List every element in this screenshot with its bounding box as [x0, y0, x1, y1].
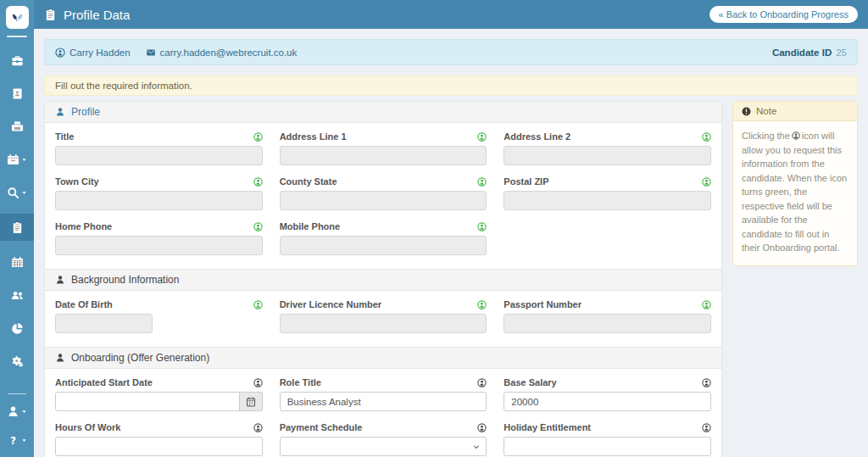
passport-number-input[interactable]	[504, 314, 711, 333]
user-icon	[7, 405, 19, 418]
person-circle-icon	[792, 131, 800, 140]
profile-form-panel: Profile Title Address Line 1 Address Lin…	[44, 101, 722, 457]
back-to-onboarding-button[interactable]: « Back to Onboarding Progress	[709, 6, 858, 23]
request-candidate-icon[interactable]	[477, 177, 487, 187]
sidebar-item-users[interactable]	[0, 283, 34, 307]
request-candidate-icon[interactable]	[253, 132, 263, 142]
caret-down-icon	[21, 409, 27, 415]
field-passport-number: Passport Number	[504, 298, 711, 333]
section-title: Background Information	[71, 274, 179, 286]
sidebar-item-contacts[interactable]	[0, 81, 34, 105]
users-icon	[11, 289, 24, 302]
request-candidate-icon[interactable]	[477, 300, 487, 309]
field-label: Passport Number	[504, 299, 581, 309]
request-candidate-icon[interactable]	[477, 132, 487, 142]
mobile-phone-input[interactable]	[280, 236, 487, 255]
field-county-state: County State	[280, 176, 487, 210]
town-city-input[interactable]	[55, 191, 263, 210]
sidebar-divider	[8, 393, 26, 394]
postal-zip-input[interactable]	[504, 191, 711, 210]
home-phone-input[interactable]	[55, 236, 263, 255]
sidebar-item-search[interactable]	[0, 181, 34, 204]
fax-icon	[11, 120, 24, 133]
county-state-input[interactable]	[280, 191, 487, 210]
sidebar-item-profile-data-active[interactable]	[0, 214, 34, 241]
request-candidate-icon[interactable]	[702, 378, 711, 387]
sidebar-item-briefcase[interactable]	[0, 48, 34, 72]
top-bar: Profile Data « Back to Onboarding Progre…	[34, 0, 868, 29]
field-anticipated-start-date: Anticipated Start Date	[55, 376, 263, 411]
address-line-1-input[interactable]	[280, 146, 487, 165]
profile-fields: Title Address Line 1 Address Line 2 Town…	[45, 123, 721, 269]
request-candidate-icon[interactable]	[702, 132, 711, 142]
request-candidate-icon[interactable]	[253, 222, 263, 231]
logo-divider	[7, 36, 27, 37]
section-header-background: Background Information	[45, 269, 721, 291]
holiday-entitlement-input[interactable]	[504, 437, 711, 456]
date-of-birth-input[interactable]	[55, 314, 153, 333]
field-label: Date Of Birth	[55, 299, 113, 309]
caret-down-icon	[21, 437, 27, 443]
field-town-city: Town City	[55, 176, 263, 210]
note-text-after: icon will allow you to request this info…	[742, 131, 847, 253]
field-home-phone: Home Phone	[55, 220, 263, 255]
note-header: Note	[733, 102, 857, 121]
request-candidate-icon[interactable]	[253, 300, 263, 309]
sidebar-item-fax[interactable]	[0, 114, 34, 138]
request-candidate-icon[interactable]	[253, 177, 263, 187]
note-panel: Note Clicking theicon will allow you to …	[732, 101, 858, 266]
field-label: Address Line 1	[280, 131, 347, 142]
section-header-profile: Profile	[45, 102, 721, 123]
field-postal-zip: Postal ZIP	[504, 176, 711, 210]
person-icon	[55, 107, 65, 117]
request-candidate-icon[interactable]	[477, 423, 487, 432]
candidate-name: Carry Hadden	[55, 47, 131, 58]
field-mobile-phone: Mobile Phone	[280, 220, 487, 255]
field-address-line-2: Address Line 2	[504, 131, 711, 165]
anticipated-start-date-input[interactable]	[55, 392, 240, 411]
app-logo	[6, 6, 29, 29]
field-label: Mobile Phone	[280, 221, 341, 231]
butterfly-logo-icon	[11, 11, 24, 24]
title-input[interactable]	[55, 146, 263, 165]
field-payment-schedule: Payment Schedule	[280, 421, 487, 456]
page-title-text: Profile Data	[64, 8, 130, 22]
svg-text:?: ?	[10, 434, 16, 446]
address-line-2-input[interactable]	[504, 146, 711, 165]
sidebar-item-calendar[interactable]	[0, 250, 34, 274]
sidebar-item-reports[interactable]	[0, 316, 34, 340]
sidebar-item-schedule[interactable]	[0, 148, 34, 171]
field-label: Base Salary	[504, 377, 556, 387]
field-label: Role Title	[280, 377, 321, 387]
role-title-input[interactable]	[280, 392, 487, 411]
person-icon	[55, 353, 65, 363]
person-circle-icon	[55, 47, 65, 58]
field-label: County State	[280, 176, 337, 187]
briefcase-icon	[11, 54, 24, 67]
driver-licence-number-input[interactable]	[280, 314, 487, 333]
section-title: Profile	[71, 106, 100, 118]
field-base-salary: Base Salary	[504, 376, 711, 411]
request-candidate-icon[interactable]	[702, 300, 711, 309]
candidate-info-bar: Carry Hadden carry.hadden@webrecruit.co.…	[44, 39, 858, 65]
base-salary-input[interactable]	[504, 392, 711, 411]
field-label: Payment Schedule	[280, 422, 363, 432]
sidebar-item-help[interactable]: ?	[0, 428, 34, 452]
field-label: Driver Licence Number	[280, 299, 381, 309]
field-date-of-birth: Date Of Birth	[55, 298, 263, 333]
calendar-picker-button[interactable]	[240, 392, 263, 411]
sidebar-item-settings[interactable]	[0, 349, 34, 373]
field-label: Postal ZIP	[504, 176, 548, 187]
request-candidate-icon[interactable]	[702, 177, 711, 187]
request-candidate-icon[interactable]	[477, 222, 487, 231]
sidebar-item-account[interactable]	[0, 399, 34, 423]
request-candidate-icon[interactable]	[477, 378, 487, 387]
payment-schedule-select[interactable]	[280, 437, 487, 456]
candidate-id-label: Candidate ID	[772, 47, 832, 58]
request-candidate-icon[interactable]	[702, 423, 711, 432]
info-icon	[742, 107, 751, 116]
hours-of-work-input[interactable]	[55, 437, 263, 456]
field-label: Title	[55, 131, 74, 142]
request-candidate-icon[interactable]	[253, 423, 263, 432]
request-candidate-icon[interactable]	[253, 378, 263, 387]
